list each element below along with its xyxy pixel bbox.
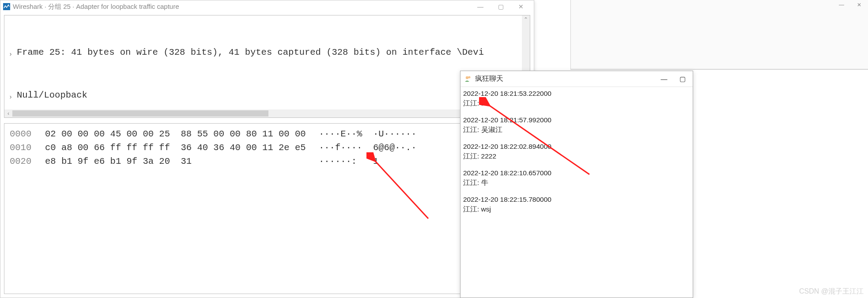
hex-offset: 0000: [10, 127, 45, 141]
hex-bytes: 02 00 00 00 45 00 00 25 88 55 00 00 80 1…: [45, 127, 319, 141]
hex-dump[interactable]: 0000 02 00 00 00 45 00 00 25 88 55 00 00…: [4, 124, 530, 168]
details-tree[interactable]: › Frame 25: 41 bytes on wire (328 bits),…: [4, 15, 530, 118]
scroll-up-icon[interactable]: ⌃: [522, 15, 530, 23]
chat-timestamp: 2022-12-20 18:22:10.657000: [463, 168, 692, 178]
chat-message: 2022-12-20 18:22:02.894000 江江: 2222: [461, 142, 692, 161]
hex-ascii: ····E··% ·U······: [319, 127, 442, 141]
hex-ascii: ···f···· 6@6@··.·: [319, 141, 442, 155]
tree-row-text: Null/Loopback: [17, 88, 87, 102]
tree-row-text: Frame 25: 41 bytes on wire (328 bits), 4…: [17, 45, 484, 59]
chat-message: 2022-12-20 18:22:10.657000 江江: 牛: [461, 168, 692, 188]
chat-timestamp: 2022-12-20 18:21:57.992000: [463, 115, 692, 125]
chat-content: 江江: 牛: [463, 178, 692, 188]
window-title: Wireshark · 分组 25 · Adapter for loopback…: [13, 3, 179, 11]
tree-row[interactable]: › Frame 25: 41 bytes on wire (328 bits),…: [4, 45, 530, 61]
scrollbar-thumb[interactable]: [12, 110, 268, 117]
app-icon: [3, 3, 10, 10]
background-window-edge: — ✕: [570, 0, 868, 70]
hex-bytes: e8 b1 9f e6 b1 9f 3a 20 31: [45, 155, 319, 168]
tree-row[interactable]: › Null/Loopback: [4, 88, 530, 104]
watermark: CSDN @混子王江江: [799, 287, 864, 296]
minimize-button[interactable]: —: [470, 1, 491, 12]
chat-timestamp: 2022-12-20 18:22:15.780000: [463, 195, 692, 204]
packet-bytes-panel: 0000 02 00 00 00 45 00 00 25 88 55 00 00…: [4, 123, 530, 294]
expand-caret-icon[interactable]: ›: [4, 88, 17, 104]
svg-point-2: [468, 76, 471, 78]
hex-offset: 0020: [10, 155, 45, 168]
chat-titlebar[interactable]: 疯狂聊天 — ▢: [460, 71, 693, 87]
chat-content: 江江: wsj: [463, 204, 692, 214]
hex-row[interactable]: 0000 02 00 00 00 45 00 00 25 88 55 00 00…: [10, 127, 530, 141]
close-button[interactable]: ✕: [511, 1, 531, 12]
hex-row[interactable]: 0010 c0 a8 00 66 ff ff ff ff 36 40 36 40…: [10, 141, 530, 155]
chat-timestamp: 2022-12-20 18:21:53.222000: [463, 89, 692, 98]
chat-app-icon: [464, 75, 472, 83]
svg-point-1: [466, 76, 468, 79]
titlebar[interactable]: Wireshark · 分组 25 · Adapter for loopback…: [0, 0, 534, 13]
scrollbar-track[interactable]: [12, 109, 522, 117]
hex-bytes: c0 a8 00 66 ff ff ff ff 36 40 36 40 00 1…: [45, 141, 319, 155]
chat-maximize-button[interactable]: ▢: [673, 72, 692, 86]
chat-message-list[interactable]: 2022-12-20 18:21:53.222000 江江: 1 2022-12…: [460, 87, 693, 223]
bg-minimize-button[interactable]: —: [833, 0, 850, 10]
chat-message: 2022-12-20 18:22:15.780000 江江: wsj: [461, 195, 692, 214]
scroll-left-icon[interactable]: ‹: [4, 109, 12, 117]
packet-details-panel: › Frame 25: 41 bytes on wire (328 bits),…: [4, 15, 530, 118]
details-horizontal-scrollbar[interactable]: ‹ ›: [4, 109, 530, 117]
hex-row[interactable]: 0020 e8 b1 9f e6 b1 9f 3a 20 31 ······: …: [10, 155, 530, 168]
chat-message: 2022-12-20 18:21:57.992000 江江: 吴淑江: [461, 115, 692, 135]
hex-ascii: ······: 1: [319, 155, 442, 168]
chat-minimize-button[interactable]: —: [655, 72, 673, 86]
wireshark-window: Wireshark · 分组 25 · Adapter for loopback…: [0, 0, 534, 298]
chat-timestamp: 2022-12-20 18:22:02.894000: [463, 142, 692, 151]
bg-close-button[interactable]: ✕: [850, 0, 868, 10]
maximize-button[interactable]: ▢: [491, 1, 511, 12]
chat-content: 江江: 吴淑江: [463, 125, 692, 135]
chat-content: 江江: 1: [463, 98, 692, 108]
chat-window-title: 疯狂聊天: [475, 74, 503, 83]
chat-message: 2022-12-20 18:21:53.222000 江江: 1: [461, 89, 692, 108]
chat-content: 江江: 2222: [463, 151, 692, 161]
expand-caret-icon[interactable]: ›: [4, 45, 17, 61]
hex-offset: 0010: [10, 141, 45, 155]
chat-window: 疯狂聊天 — ▢ 2022-12-20 18:21:53.222000 江江: …: [460, 71, 693, 298]
